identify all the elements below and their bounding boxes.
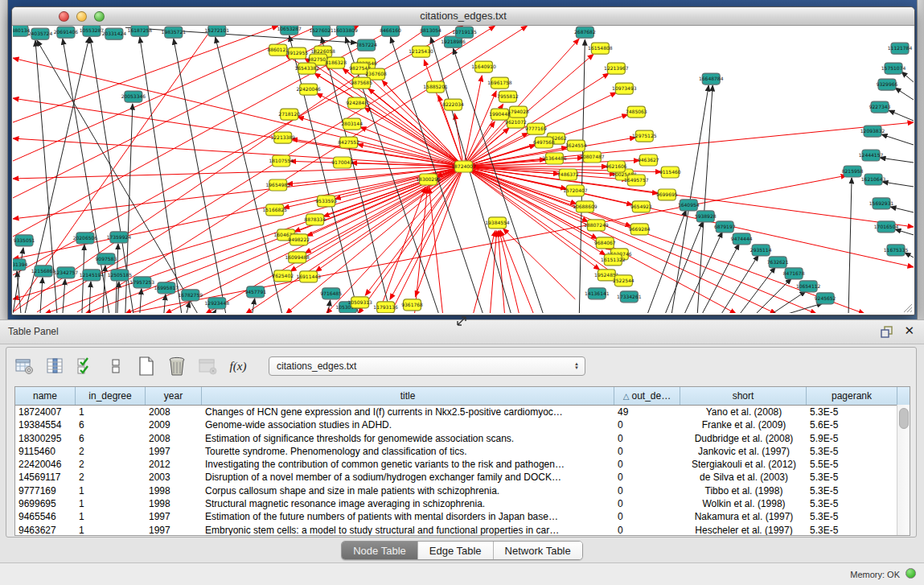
graph-node-19384554[interactable]: 19384554 [485,217,510,229]
table-cell[interactable]: de Silva et al. (2003) [680,471,807,484]
graph-node-19654983[interactable]: 19654983 [265,179,290,191]
citation-edge-black[interactable] [889,110,914,121]
citation-edge-black[interactable] [214,310,216,313]
graph-node-12923448[interactable]: 12923448 [205,298,230,309]
table-cell[interactable]: 5.5E-5 [807,458,897,471]
graph-node-7955812[interactable]: 7955812 [497,91,519,102]
graph-node-10553287[interactable]: 10553287 [80,26,105,36]
graph-node-21364486[interactable]: 21364486 [542,153,567,164]
table-cell[interactable]: 2008 [146,432,202,445]
table-cell[interactable]: 18300295 [15,432,76,445]
table-cell[interactable]: Wolkin et al. (1998) [680,497,807,510]
citation-edge-red[interactable] [166,167,464,313]
graph-node-12975125[interactable]: 12975125 [632,130,657,142]
graph-node-9115460[interactable]: 9115460 [659,167,681,178]
table-cell[interactable]: Embryonic stem cells: a model to study s… [202,524,614,536]
graph-node-6794028[interactable]: 6794028 [507,106,529,117]
citation-edge-red[interactable] [415,167,463,297]
graph-node-11793136[interactable]: 11793136 [373,302,398,313]
graph-node-12145194[interactable]: 12145194 [80,270,105,281]
tab-edge-table[interactable]: Edge Table [418,542,494,559]
table-row[interactable]: 977716911998Corpus callosum shape and si… [15,484,910,497]
column-header-out_de[interactable]: △out_de… [614,387,680,405]
graph-node-6879197[interactable]: 6879197 [714,221,736,233]
graph-node-18724007[interactable]: 18724007 [451,161,476,172]
table-cell[interactable]: 2 [76,471,146,484]
graph-node-9457791[interactable]: 9457791 [244,286,266,298]
table-cell[interactable]: Changes of HCN gene expression and I(f) … [202,406,614,418]
citation-edge-red[interactable] [499,231,519,313]
graph-node-16995817[interactable]: 16995817 [154,282,179,294]
window-resize-grip[interactable] [901,302,913,313]
table-cell[interactable]: 1 [76,406,146,418]
graph-node-16543382[interactable]: 16543382 [294,63,319,74]
citation-edge-black[interactable] [895,88,914,100]
node-table[interactable]: namein_degreeyeartitle△out_de…shortpager… [14,386,910,536]
table-cell[interactable]: 0 [614,510,680,523]
citation-edge-red[interactable] [473,231,495,313]
citation-network-graph[interactable]: 1872400793801342403572420691406105532872… [13,26,914,313]
table-cell[interactable]: 1997 [146,445,202,458]
graph-node-24035724[interactable]: 24035724 [28,28,53,39]
citation-edge-black[interactable] [174,39,226,313]
graph-node-7632621[interactable]: 7632621 [767,257,789,268]
column-header-pagerank[interactable]: pagerank [807,387,897,405]
graph-node-9669284[interactable]: 9669284 [629,224,651,235]
graph-node-16187258[interactable]: 16187258 [128,26,153,36]
citation-edge-black[interactable] [721,255,758,313]
column-header-name[interactable]: name [15,387,76,405]
citation-edge-red[interactable] [429,187,443,313]
table-cell[interactable]: 1 [76,524,146,536]
table-cell[interactable]: 0 [614,471,680,484]
graph-node-15272101[interactable]: 15272101 [205,26,230,36]
table-cell[interactable]: 0 [614,432,680,445]
graph-node-7625402[interactable]: 7625402 [272,270,294,282]
graph-node-17957253[interactable]: 17957253 [130,277,155,288]
table-cell[interactable]: 2 [76,445,146,458]
table-cell[interactable]: Tourette syndrome. Phenomenology and cla… [202,445,614,458]
graph-node-9242848[interactable]: 9242848 [346,97,368,109]
table-row[interactable]: 946554611997Estimation of the future num… [15,510,910,523]
table-cell[interactable]: 2 [76,458,146,471]
table-row[interactable]: 1872400712008Changes of HCN gene express… [15,406,910,418]
table-cell[interactable]: 14569117 [15,471,76,484]
table-cell[interactable]: 1998 [146,484,202,497]
citation-edge-black[interactable] [882,182,914,187]
graph-node-16495757[interactable]: 16495757 [624,175,649,186]
graph-node-8813054[interactable]: 8813054 [420,26,441,36]
graph-node-17016504[interactable]: 17016504 [874,221,899,233]
citation-edge-red[interactable] [463,167,630,226]
citation-edge-black[interactable] [216,37,282,313]
table-cell[interactable]: 1 [76,510,146,523]
graph-node-9227343[interactable]: 9227343 [869,101,891,113]
table-cell[interactable]: 9463627 [15,524,76,536]
table-cell[interactable]: 1 [76,497,146,510]
citation-edge-black[interactable] [880,158,914,163]
table-cell[interactable]: Disruption of a novel member of a sodium… [202,471,614,484]
graph-node-20053346[interactable]: 20053346 [121,91,146,102]
function-builder-icon[interactable]: f(x) [227,355,249,377]
graph-node-12213967[interactable]: 12213967 [604,63,629,74]
table-cell[interactable]: 5.3E-5 [807,471,897,484]
table-cell[interactable]: Franke et al. (2009) [680,418,807,431]
graph-node-9875685[interactable]: 9875685 [351,77,372,89]
table-row[interactable]: 969969511998Structural magnetic resonanc… [15,497,910,510]
graph-node-12342757[interactable]: 12342757 [54,267,79,278]
graph-node-11121784[interactable]: 11121784 [888,43,913,54]
graph-node-12156863[interactable]: 12156863 [31,266,56,277]
row-height-icon[interactable] [105,355,127,377]
graph-node-12213389[interactable]: 12213389 [270,132,295,143]
table-cell[interactable]: 5.3E-5 [807,497,897,510]
table-cell[interactable]: 5.9E-5 [807,432,897,445]
graph-node-2935114[interactable]: 2935114 [750,245,772,256]
table-cell[interactable]: Estimation of significance thresholds fo… [202,432,614,445]
table-row[interactable]: 2242004622012Investigating the contribut… [15,458,910,471]
table-cell[interactable]: 5.3E-5 [807,484,897,497]
citation-edge-red[interactable] [359,167,464,313]
citation-edge-red[interactable] [13,167,463,259]
table-cell[interactable]: 0 [614,458,680,471]
graph-node-20331424[interactable]: 20331424 [102,28,127,39]
close-panel-icon[interactable]: ✕ [904,323,914,338]
graph-node-19835721[interactable]: 19835721 [162,27,187,38]
citation-edge-black[interactable] [905,253,914,257]
